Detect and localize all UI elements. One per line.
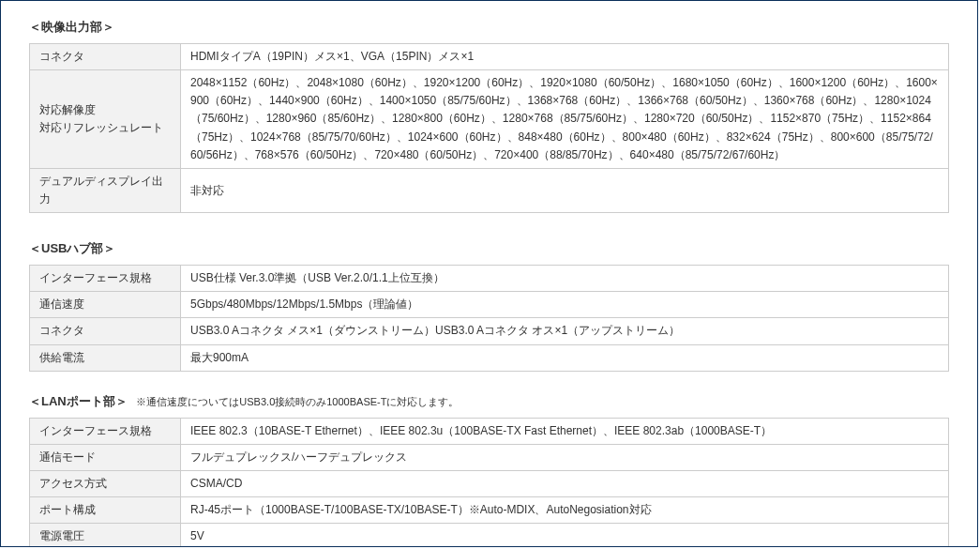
usb-hub-table: インターフェース規格 USB仕様 Ver.3.0準拠（USB Ver.2.0/1… <box>29 265 949 372</box>
usb-connector-label: コネクタ <box>30 318 181 344</box>
lan-volt-value: 5V <box>181 524 949 547</box>
table-row: 通信速度 5Gbps/480Mbps/12Mbps/1.5Mbps（理論値） <box>30 292 949 318</box>
table-row: インターフェース規格 USB仕様 Ver.3.0準拠（USB Ver.2.0/1… <box>30 266 949 292</box>
lan-port-table: インターフェース規格 IEEE 802.3（10BASE-T Ethernet）… <box>29 418 949 547</box>
video-dualdisp-value: 非対応 <box>181 168 949 212</box>
spec-sheet: ＜映像出力部＞ コネクタ HDMIタイプA（19PIN）メス×1、VGA（15P… <box>0 0 978 547</box>
lan-port-heading: ＜LANポート部＞ <box>29 394 128 408</box>
table-row: アクセス方式 CSMA/CD <box>30 471 949 497</box>
usb-connector-value: USB3.0 Aコネクタ メス×1（ダウンストリーム）USB3.0 Aコネクタ … <box>181 318 949 344</box>
lan-port-value: RJ-45ポート（1000BASE-T/100BASE-TX/10BASE-T）… <box>181 497 949 524</box>
table-row: 電源電圧 5V <box>30 524 949 547</box>
table-row: 通信モード フルデュプレックス/ハーフデュプレックス <box>30 444 949 470</box>
table-row: デュアルディスプレイ出力 非対応 <box>30 168 949 212</box>
usb-if-label: インターフェース規格 <box>30 266 181 292</box>
video-resolution-label: 対応解像度対応リフレッシュレート <box>30 69 181 168</box>
video-out-table: コネクタ HDMIタイプA（19PIN）メス×1、VGA（15PIN）メス×1 … <box>29 43 949 214</box>
lan-volt-label: 電源電圧 <box>30 524 181 547</box>
video-out-heading: ＜映像出力部＞ <box>29 18 949 38</box>
lan-heading-wrap: ＜LANポート部＞ ※通信速度についてはUSB3.0接続時のみ1000BASE-… <box>29 392 949 412</box>
table-row: コネクタ USB3.0 Aコネクタ メス×1（ダウンストリーム）USB3.0 A… <box>30 318 949 344</box>
usb-speed-label: 通信速度 <box>30 292 181 318</box>
lan-access-label: アクセス方式 <box>30 471 181 497</box>
table-row: コネクタ HDMIタイプA（19PIN）メス×1、VGA（15PIN）メス×1 <box>30 43 949 69</box>
video-connector-value: HDMIタイプA（19PIN）メス×1、VGA（15PIN）メス×1 <box>181 43 949 69</box>
usb-current-value: 最大900mA <box>181 344 949 371</box>
lan-mode-value: フルデュプレックス/ハーフデュプレックス <box>181 444 949 470</box>
usb-speed-value: 5Gbps/480Mbps/12Mbps/1.5Mbps（理論値） <box>181 292 949 318</box>
usb-hub-heading: ＜USBハブ部＞ <box>29 239 949 259</box>
table-row: 対応解像度対応リフレッシュレート 2048×1152（60Hz）、2048×10… <box>30 69 949 168</box>
video-dualdisp-label: デュアルディスプレイ出力 <box>30 168 181 212</box>
lan-if-label: インターフェース規格 <box>30 418 181 444</box>
table-row: インターフェース規格 IEEE 802.3（10BASE-T Ethernet）… <box>30 418 949 444</box>
video-resolution-value: 2048×1152（60Hz）、2048×1080（60Hz）、1920×120… <box>181 69 949 168</box>
lan-mode-label: 通信モード <box>30 444 181 470</box>
video-connector-label: コネクタ <box>30 43 181 69</box>
lan-access-value: CSMA/CD <box>181 471 949 497</box>
lan-if-value: IEEE 802.3（10BASE-T Ethernet）、IEEE 802.3… <box>181 418 949 444</box>
lan-port-label: ポート構成 <box>30 497 181 524</box>
usb-current-label: 供給電流 <box>30 344 181 371</box>
lan-port-note: ※通信速度についてはUSB3.0接続時のみ1000BASE-Tに対応します。 <box>136 396 459 407</box>
table-row: 供給電流 最大900mA <box>30 344 949 371</box>
usb-if-value: USB仕様 Ver.3.0準拠（USB Ver.2.0/1.1上位互換） <box>181 266 949 292</box>
table-row: ポート構成 RJ-45ポート（1000BASE-T/100BASE-TX/10B… <box>30 497 949 524</box>
